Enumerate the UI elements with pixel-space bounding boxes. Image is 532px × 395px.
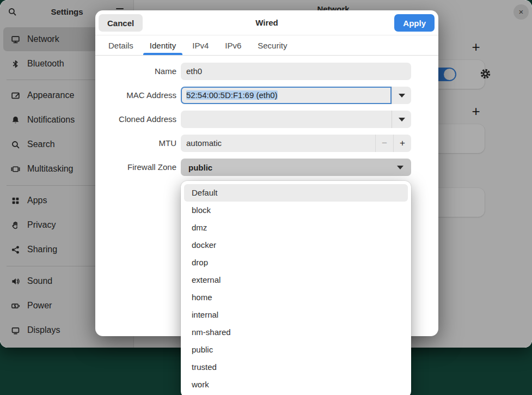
dropdown-arrow-icon [397, 166, 403, 169]
tab-identity[interactable]: Identity [143, 36, 182, 55]
cloned-address-entry[interactable] [181, 111, 392, 128]
firewall-zone-field: public [181, 159, 411, 176]
cloned-address-field [181, 111, 411, 128]
mac-address-dropdown-button[interactable] [392, 87, 411, 104]
zone-option-drop[interactable]: drop [184, 254, 408, 271]
zone-option-external[interactable]: external [184, 271, 408, 289]
dialog-headerbar: Wired Cancel Apply [95, 10, 438, 35]
zone-option-home[interactable]: home [184, 289, 408, 306]
apply-button[interactable]: Apply [394, 14, 435, 32]
mtu-value[interactable]: automatic [181, 135, 375, 152]
zone-option-docker[interactable]: docker [184, 236, 408, 254]
name-field[interactable]: eth0 [181, 63, 411, 80]
cloned-address-label: Cloned Address [95, 111, 176, 128]
firewall-zone-value: public [188, 163, 397, 172]
tab-ipv6[interactable]: IPv6 [218, 36, 248, 55]
dialog-title: Wired [95, 10, 438, 35]
zone-option-nm-shared[interactable]: nm-shared [184, 324, 408, 341]
zone-option-dmz[interactable]: dmz [184, 219, 408, 236]
tab-details[interactable]: Details [102, 36, 140, 55]
dropdown-arrow-icon [399, 118, 405, 121]
selected-text: 52:54:00:5D:F1:69 (eth0) [186, 90, 278, 100]
mtu-increment-button[interactable]: + [394, 135, 411, 152]
mac-address-field: 52:54:00:5D:F1:69 (eth0) [181, 87, 411, 104]
firewall-zone-label: Firewall Zone [95, 159, 176, 176]
cancel-button[interactable]: Cancel [99, 14, 143, 32]
firewall-zone-popover: Default block dmz docker drop external h… [181, 181, 411, 395]
mtu-decrement-button[interactable]: − [376, 135, 393, 152]
dialog-tabbar: Details Identity IPv4 IPv6 Security [95, 36, 438, 56]
zone-option-block[interactable]: block [184, 202, 408, 219]
name-label: Name [95, 63, 176, 80]
zone-option-trusted[interactable]: trusted [184, 358, 408, 376]
mtu-field: automatic − + [181, 135, 411, 152]
tab-security[interactable]: Security [251, 36, 293, 55]
zone-option-internal[interactable]: internal [184, 306, 408, 324]
firewall-zone-dropdown-button[interactable]: public [181, 159, 411, 176]
mac-address-label: MAC Address [95, 87, 176, 104]
name-entry[interactable]: eth0 [181, 63, 411, 80]
desktop: Settings Network Bluetooth [0, 0, 532, 395]
mac-address-entry[interactable]: 52:54:00:5D:F1:69 (eth0) [181, 87, 392, 104]
cloned-address-dropdown-button[interactable] [392, 111, 411, 128]
zone-option-work[interactable]: work [184, 376, 408, 393]
tab-ipv4[interactable]: IPv4 [186, 36, 215, 55]
mtu-label: MTU [95, 135, 176, 152]
zone-option-public[interactable]: public [184, 341, 408, 358]
zone-option-default[interactable]: Default [184, 184, 408, 202]
dropdown-arrow-icon [399, 94, 405, 98]
